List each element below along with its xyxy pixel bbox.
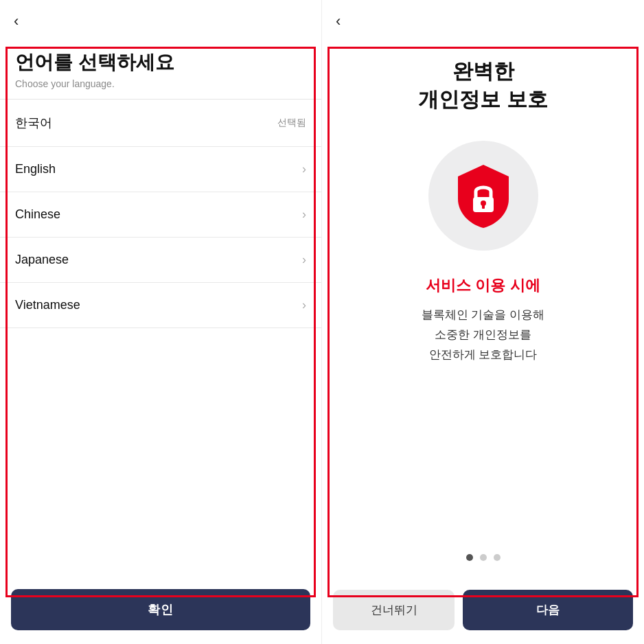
dot-1 (466, 554, 473, 561)
feature-description: 블록체인 기술을 이용해소중한 개인정보를안전하게 보호합니다 (422, 306, 544, 365)
english-label: English (15, 162, 56, 176)
privacy-protection-screen: ‹ 완벽한개인정보 보호 서비스 이용 시에 블록체인 기술을 이용해소중한 개… (322, 0, 644, 644)
confirm-button[interactable]: 확인 (11, 589, 310, 630)
svg-rect-2 (482, 205, 485, 209)
language-item-chinese[interactable]: Chinese › (0, 192, 321, 238)
dot-3 (494, 554, 501, 561)
chevron-icon-chinese: › (302, 207, 306, 222)
vietnamese-label: Vietnamese (15, 298, 80, 312)
japanese-label: Japanese (15, 253, 69, 267)
next-button[interactable]: 다음 (463, 590, 633, 630)
selected-badge: 선택됨 (277, 117, 306, 129)
right-bottom-buttons: 건너뛰기 다음 (322, 582, 644, 644)
chevron-icon-english: › (302, 162, 306, 176)
skip-button[interactable]: 건너뛰기 (333, 590, 455, 630)
feature-title: 서비스 이용 시에 (426, 275, 540, 296)
language-item-japanese[interactable]: Japanese › (0, 238, 321, 283)
korean-label: 한국어 (15, 115, 52, 131)
language-title: 언어를 선택하세요 (15, 51, 306, 74)
language-content: 언어를 선택하세요 Choose your language. 한국어 선택됨 … (0, 37, 321, 581)
chevron-icon-japanese: › (302, 253, 306, 267)
chinese-label: Chinese (15, 207, 60, 222)
language-item-korean[interactable]: 한국어 선택됨 (0, 100, 321, 147)
confirm-button-area: 확인 (0, 581, 321, 644)
language-item-english[interactable]: English › (0, 147, 321, 192)
language-list: 한국어 선택됨 English › Chinese › Japanese › V… (0, 100, 321, 328)
main-title: 완벽한개인정보 보호 (418, 58, 547, 113)
carousel-dots (466, 554, 501, 568)
language-subtitle: Choose your language. (15, 78, 306, 89)
shield-illustration (428, 141, 538, 251)
language-header: 언어를 선택하세요 Choose your language. (0, 37, 321, 100)
language-item-vietnamese[interactable]: Vietnamese › (0, 283, 321, 328)
dot-2 (480, 554, 487, 561)
chevron-icon-vietnamese: › (302, 298, 306, 312)
back-button-right[interactable]: ‹ (322, 0, 644, 37)
language-selection-screen: ‹ 언어를 선택하세요 Choose your language. 한국어 선택… (0, 0, 322, 644)
right-main-content: 완벽한개인정보 보호 서비스 이용 시에 블록체인 기술을 이용해소중한 개인정… (322, 37, 644, 582)
back-button-left[interactable]: ‹ (0, 0, 321, 37)
shield-lock-icon (452, 161, 514, 230)
